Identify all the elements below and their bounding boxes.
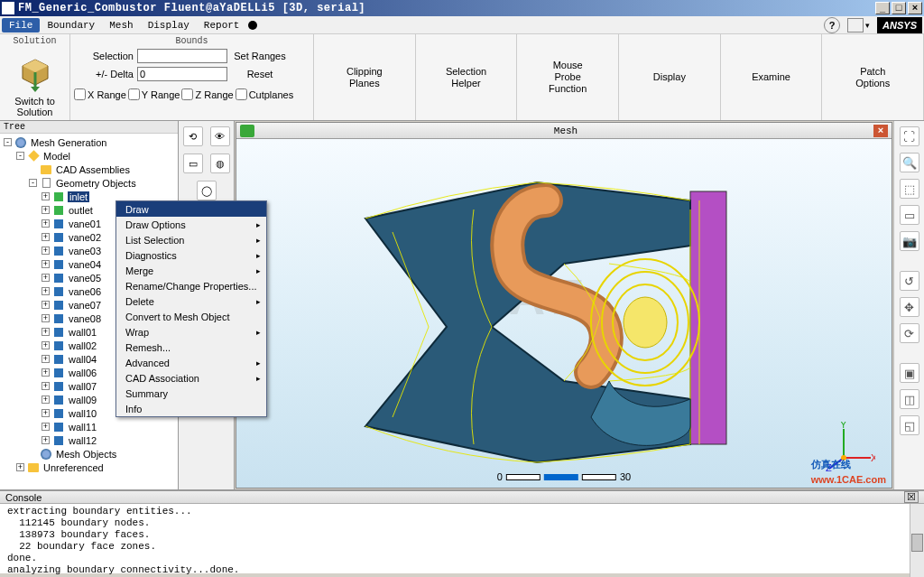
ctx-list-selection[interactable]: List Selection▸: [116, 232, 266, 247]
menu-boundary[interactable]: Boundary: [40, 18, 102, 33]
viewport: Mesh × 1CAE: [236, 122, 892, 489]
examine-button[interactable]: Examine: [721, 34, 823, 120]
selection-helper-button[interactable]: Selection Helper: [416, 34, 518, 120]
selection-label: Selection: [74, 51, 137, 61]
maximize-button[interactable]: □: [892, 2, 906, 14]
selection-input[interactable]: [137, 49, 227, 63]
right-toolbar: ⛶ 🔍 ⬚ ▭ 📷 ↺ ✥ ⟳ ▣ ◫ ◱: [893, 121, 924, 489]
sphere-icon[interactable]: ◯: [197, 181, 217, 200]
menu-display[interactable]: Display: [141, 18, 197, 33]
brand-watermark: 仿真在线 www.1CAE.com: [811, 456, 886, 486]
scale-bar: 0 30: [497, 471, 631, 482]
tree-node-mesh-generation[interactable]: -Mesh Generation: [0, 135, 178, 149]
console-close-icon[interactable]: ☒: [904, 491, 919, 503]
context-menu: DrawDraw Options▸List Selection▸Diagnost…: [116, 200, 267, 417]
tree-node-unreferenced[interactable]: +Unreferenced: [0, 461, 178, 474]
ansys-logo: ANSYS: [877, 17, 922, 33]
console-title: Console: [5, 492, 42, 503]
tree-header: Tree: [0, 121, 178, 134]
menubar: File Boundary Mesh Display Report ? ▾ AN…: [0, 16, 924, 34]
ribbon: Solution Switch to Solution Bounds Selec…: [0, 34, 924, 121]
switch-label: Switch to Solution: [14, 97, 55, 118]
display-button[interactable]: Display: [619, 34, 721, 120]
menu-mesh[interactable]: Mesh: [102, 18, 140, 33]
menu-file[interactable]: File: [2, 18, 40, 33]
x-range-check[interactable]: [74, 88, 86, 100]
console-scrollbar[interactable]: [910, 504, 924, 577]
mesh-tab-icon: [240, 125, 254, 137]
3d-canvas[interactable]: 1CAE: [236, 139, 892, 488]
patch-options-button[interactable]: Patch Options: [822, 34, 924, 120]
window-title: FM_Generic_Combustor Fluent@aYaDELLi5 [3…: [18, 2, 873, 14]
tree-node-cad-assemblies[interactable]: CAD Assemblies: [0, 163, 178, 176]
model-render: [311, 146, 817, 480]
ribbon-group-solution: Solution Switch to Solution: [0, 34, 70, 120]
cylinder-icon[interactable]: ◍: [210, 154, 230, 173]
eye-icon[interactable]: 👁: [210, 126, 230, 146]
reset-button[interactable]: Reset: [227, 69, 292, 79]
persp-icon[interactable]: ◱: [900, 415, 919, 435]
iso-icon[interactable]: ▣: [900, 363, 919, 383]
help-icon[interactable]: ?: [824, 17, 840, 33]
ctx-merge[interactable]: Merge▸: [116, 263, 266, 278]
svg-point-8: [624, 297, 667, 348]
tree-node-mesh-objects[interactable]: Mesh Objects: [0, 447, 178, 461]
ctx-summary[interactable]: Summary: [116, 386, 266, 401]
z-range-check[interactable]: [181, 88, 193, 100]
console-panel: Console ☒ extracting boundary entities..…: [0, 489, 924, 573]
app-icon: [2, 2, 14, 14]
clipping-planes-button[interactable]: Clipping Planes: [314, 34, 416, 120]
minimize-button[interactable]: _: [875, 2, 890, 14]
ctx-draw[interactable]: Draw: [116, 201, 266, 217]
cutplanes-check[interactable]: [236, 88, 247, 100]
pan-icon[interactable]: ✥: [900, 297, 919, 317]
cube-icon[interactable]: ▭: [183, 154, 203, 173]
ctx-cad-association[interactable]: CAD Association▸: [116, 370, 266, 386]
svg-marker-2: [31, 87, 40, 92]
close-button[interactable]: ×: [908, 2, 922, 14]
roll-icon[interactable]: ⟳: [900, 323, 919, 343]
delta-input[interactable]: [137, 67, 227, 81]
ctx-wrap[interactable]: Wrap▸: [116, 324, 266, 340]
ctx-diagnostics[interactable]: Diagnostics▸: [116, 247, 266, 263]
mesh-tab[interactable]: Mesh: [258, 126, 873, 136]
tree-node-wall12[interactable]: +wall12: [0, 433, 178, 447]
y-range-check[interactable]: [128, 88, 140, 100]
rotate-icon[interactable]: ↺: [900, 271, 919, 291]
ctx-delete[interactable]: Delete▸: [116, 293, 266, 309]
menu-dropdown-icon[interactable]: [248, 21, 257, 30]
ctx-info[interactable]: Info: [116, 401, 266, 416]
svg-rect-3: [690, 191, 726, 444]
ortho-icon[interactable]: ◫: [900, 389, 919, 409]
switch-to-solution-button[interactable]: [10, 51, 60, 97]
tree-node-geometry-objects[interactable]: -Geometry Objects: [0, 176, 178, 190]
menu-report[interactable]: Report: [197, 18, 247, 33]
ctx-rename-change-properties-[interactable]: Rename/Change Properties...: [116, 278, 266, 293]
tree-node-model[interactable]: -Model: [0, 149, 178, 163]
zoom-in-icon[interactable]: 🔍: [900, 153, 919, 172]
fit-icon[interactable]: ⛶: [900, 126, 919, 146]
tab-close-icon[interactable]: ×: [873, 125, 888, 137]
orbit-icon[interactable]: ⟲: [183, 126, 203, 146]
zoom-box-icon[interactable]: ⬚: [900, 179, 919, 199]
console-output: extracting boundary entities... 112145 b…: [0, 504, 910, 577]
svg-text:Y: Y: [840, 422, 847, 430]
select-icon[interactable]: ▭: [900, 205, 919, 225]
delta-label: +/- Delta: [74, 69, 137, 79]
tree-node-wall11[interactable]: +wall11: [0, 420, 178, 433]
camera-icon[interactable]: 📷: [900, 231, 919, 251]
set-ranges-button[interactable]: Set Ranges: [227, 51, 292, 61]
titlebar: FM_Generic_Combustor Fluent@aYaDELLi5 [3…: [0, 0, 924, 16]
ctx-remesh-[interactable]: Remesh...: [116, 340, 266, 355]
mouse-probe-button[interactable]: Mouse Probe Function: [517, 34, 619, 120]
ribbon-group-bounds: Bounds Selection Set Ranges +/- Delta Re…: [70, 34, 314, 120]
ctx-advanced[interactable]: Advanced▸: [116, 355, 266, 370]
layout-icon[interactable]: [847, 18, 864, 33]
view-tabbar: Mesh ×: [236, 123, 892, 139]
ctx-draw-options[interactable]: Draw Options▸: [116, 217, 266, 232]
ctx-convert-to-mesh-object[interactable]: Convert to Mesh Object: [116, 309, 266, 324]
